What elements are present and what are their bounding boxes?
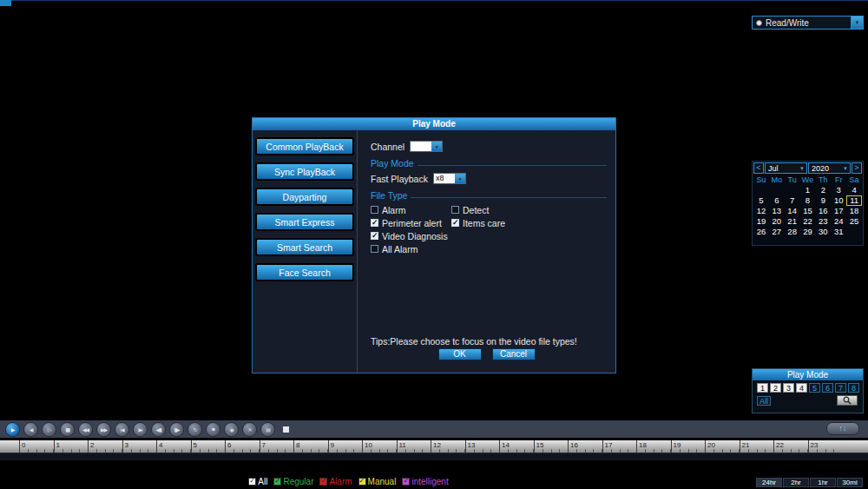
timeline-hour-6[interactable]: 6 [225,440,260,453]
calendar-date-21[interactable]: 21 [785,216,800,227]
calendar-date-3[interactable]: 3 [831,185,846,195]
calendar-date-9[interactable]: 9 [815,195,831,206]
snapshot-button[interactable]: ◉ [224,422,239,437]
timeline-hour-3[interactable]: 3 [122,440,157,453]
all-channels-button[interactable]: All [757,396,771,406]
cancel-button[interactable]: Cancel [492,348,536,360]
timeline-hour-2[interactable]: 2 [88,440,122,453]
chevron-down-icon[interactable]: ▼ [431,142,442,151]
timeline-hour-8[interactable]: 8 [293,440,328,453]
play-button[interactable]: ▶ [5,422,20,437]
timeline-track[interactable] [0,453,868,460]
legend-alarm[interactable]: Alarm [319,477,352,486]
calendar-date-15[interactable]: 15 [800,206,816,216]
legend-all[interactable]: All [248,477,267,486]
timeline-hour-10[interactable]: 10 [362,440,397,453]
calendar-date-7[interactable]: 7 [785,195,800,206]
file-type-items-care[interactable]: Items care [451,218,505,228]
timeline-hour-1[interactable]: 1 [54,440,89,453]
search-button[interactable] [837,395,858,406]
sidebar-button-face-search[interactable]: Face Search [255,263,354,281]
file-type-video-diagnosis[interactable]: Video Diagnosis [371,231,451,241]
file-type-perimeter-alert[interactable]: Perimeter alert [371,218,451,228]
calendar-date-23[interactable]: 23 [815,216,831,227]
timeline-hour-9[interactable]: 9 [328,440,363,453]
timeline-hour-20[interactable]: 20 [705,440,740,453]
legend-intelligent[interactable]: intelligent [402,477,448,486]
checkbox-unchecked-icon[interactable] [371,206,378,214]
checkbox-unchecked-icon[interactable] [371,245,378,253]
fast-playback-select[interactable]: x8 ▼ [433,173,466,184]
next-file-button[interactable]: ▶| [133,422,148,437]
timeline-hour-11[interactable]: 11 [397,440,431,453]
timeline-hour-14[interactable]: 14 [499,440,534,453]
checkbox-unchecked-icon[interactable] [451,206,459,214]
calendar-next-button[interactable]: > [852,162,862,174]
sidebar-button-common-playback[interactable]: Common PlayBack [255,137,354,155]
channel-button-3[interactable]: 3 [783,383,794,393]
timeline-hour-5[interactable]: 5 [191,440,226,453]
calendar-date-24[interactable]: 24 [831,216,846,227]
timeline-hour-18[interactable]: 18 [636,440,671,453]
rewind-button[interactable]: ◀◀ [78,422,93,437]
timeline-hour-4[interactable]: 4 [156,440,191,453]
stop-button[interactable]: ■ [206,422,220,437]
timeline-hour-19[interactable]: 19 [671,440,706,453]
channel-select[interactable]: ▼ [410,141,443,152]
prev-file-button[interactable]: |◀ [115,422,129,437]
timeline-hour-22[interactable]: 22 [773,440,808,453]
ok-button[interactable]: OK [438,348,482,360]
timeline-ruler[interactable]: 01234567891011121314151617181920212223 [0,440,868,453]
legend-checkbox-icon[interactable] [358,478,366,486]
legend-checkbox-icon[interactable] [273,478,281,486]
timeline-hour-23[interactable]: 23 [808,440,843,453]
time-range-2hr[interactable]: 2hr [783,478,809,487]
timeline-hour-7[interactable]: 7 [260,440,294,453]
calendar-date-27[interactable]: 27 [769,227,785,237]
calendar-date-12[interactable]: 12 [753,206,769,216]
channel-button-6[interactable]: 6 [822,383,833,393]
calendar-date-14[interactable]: 14 [785,206,800,216]
next-frame-button[interactable]: ▮▶ [169,422,184,437]
fast-forward-button[interactable]: ▶▶ [96,422,111,437]
timeline-hour-13[interactable]: 13 [465,440,500,453]
file-type-detect[interactable]: Detect [451,205,489,215]
calendar-date-28[interactable]: 28 [785,227,800,237]
legend-checkbox-icon[interactable] [319,478,327,486]
calendar-date-26[interactable]: 26 [753,227,769,237]
legend-regular[interactable]: Regular [273,477,313,486]
calendar-date-13[interactable]: 13 [769,206,785,216]
time-range-30mi[interactable]: 30mi [837,478,863,487]
channel-button-7[interactable]: 7 [835,383,846,393]
file-type-alarm[interactable]: Alarm [371,205,451,215]
calendar-date-16[interactable]: 16 [815,206,831,216]
calendar-date-10[interactable]: 10 [831,195,846,206]
calendar-date-29[interactable]: 29 [800,227,816,237]
prev-frame-button[interactable]: ◀▮ [151,422,166,437]
calendar-date-1[interactable]: 1 [800,185,816,195]
calendar-prev-button[interactable]: < [753,162,764,174]
calendar-date-11[interactable]: 11 [846,195,862,206]
calendar-date-4[interactable]: 4 [846,185,862,195]
chevron-down-icon[interactable]: ▼ [851,17,863,29]
calendar-date-20[interactable]: 20 [769,216,785,227]
read-write-dropdown[interactable]: Read/Write ▼ [752,16,864,30]
timeline-hour-12[interactable]: 12 [431,440,465,453]
checkbox-checked-icon[interactable] [451,219,459,227]
channel-button-4[interactable]: 4 [796,383,807,393]
calendar-date-17[interactable]: 17 [831,206,846,216]
file-type-all-alarm[interactable]: All Alarm [371,244,451,254]
channel-button-5[interactable]: 5 [809,383,820,393]
time-range-24hr[interactable]: 24hr [756,478,782,487]
clip-button[interactable]: ✕ [242,422,257,437]
sidebar-button-smart-express[interactable]: Smart Express [255,213,354,231]
slow-play-button[interactable]: ▷ [42,422,56,437]
legend-checkbox-icon[interactable] [248,478,256,486]
calendar-year-select[interactable]: 2020 ▼ [808,162,851,174]
calendar-date-31[interactable]: 31 [831,227,846,237]
backup-button[interactable]: ▤ [260,422,275,437]
calendar-date-8[interactable]: 8 [800,195,816,206]
legend-manual[interactable]: Manual [358,477,397,486]
calendar-date-18[interactable]: 18 [846,206,862,216]
pause-button[interactable]: ▮▮ [60,422,75,437]
